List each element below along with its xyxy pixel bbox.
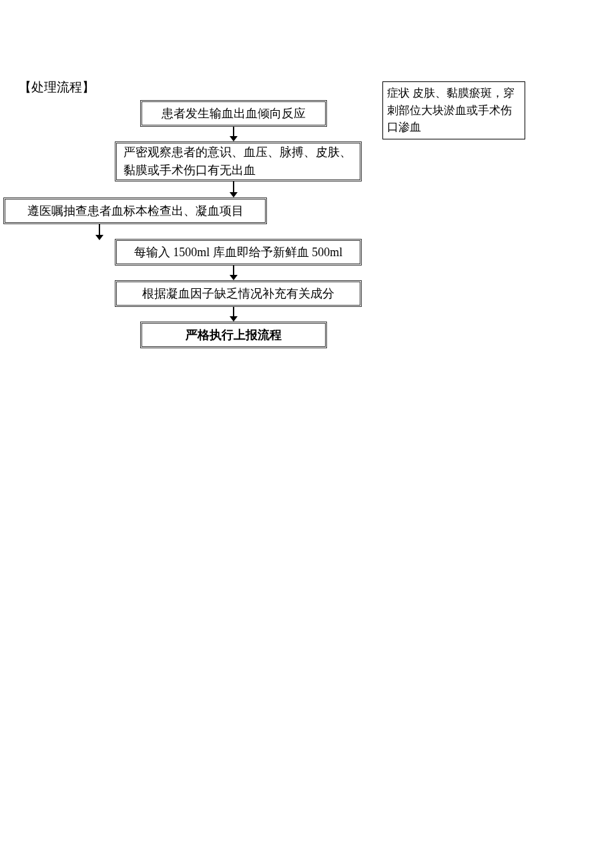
annotation-symptoms: 症状 皮肤、黏膜瘀斑，穿刺部位大块淤血或手术伤口渗血 [382,81,525,139]
arrow-head-icon [230,275,238,280]
node-text: 严密观察患者的意识、血压、脉搏、皮肤、黏膜或手术伤口有无出血 [123,143,353,179]
node-text: 严格执行上报流程 [186,326,282,344]
arrow-head-icon [230,192,238,197]
section-title: 【处理流程】 [19,79,95,96]
flowchart-node-test: 遵医嘱抽查患者血标本检查出、凝血项目 [3,197,267,224]
node-text: 每输入 1500ml 库血即给予新鲜血 500ml [134,244,343,262]
arrow-head-icon [230,136,238,141]
flowchart-node-start: 患者发生输血出血倾向反应 [140,100,327,127]
arrow-head-icon [95,235,103,240]
flowchart-node-supplement: 根据凝血因子缺乏情况补充有关成分 [115,280,362,307]
flowchart-node-transfuse: 每输入 1500ml 库血即给予新鲜血 500ml [115,239,362,266]
node-text: 遵医嘱抽查患者血标本检查出、凝血项目 [27,202,244,220]
flowchart-node-observe: 严密观察患者的意识、血压、脉搏、皮肤、黏膜或手术伤口有无出血 [115,141,362,181]
node-text: 根据凝血因子缺乏情况补充有关成分 [142,285,334,303]
arrow-head-icon [230,316,238,322]
flowchart-node-report: 严格执行上报流程 [140,322,327,348]
annotation-text: 症状 皮肤、黏膜瘀斑，穿刺部位大块淤血或手术伤口渗血 [387,87,515,133]
node-text: 患者发生输血出血倾向反应 [162,105,306,123]
